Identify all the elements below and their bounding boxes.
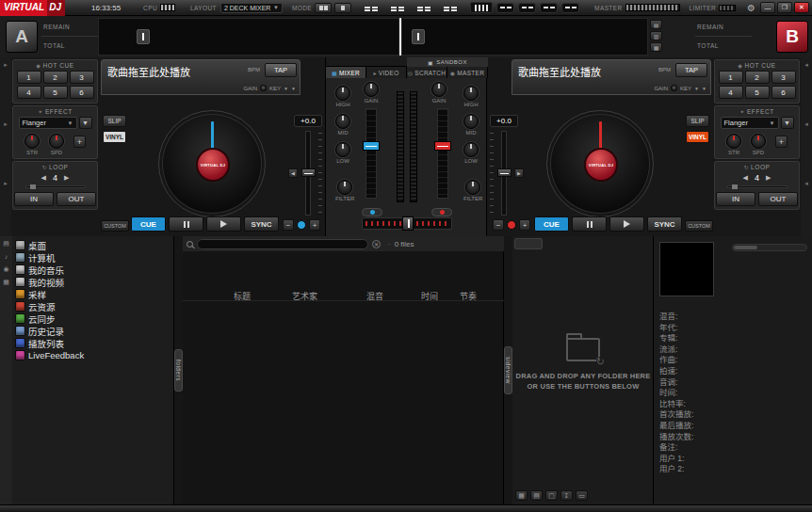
sideview-header-chip[interactable]	[514, 238, 543, 249]
layout-dropdown[interactable]: 2 DECK MIXER ▼	[220, 3, 283, 13]
wave-view-button-2[interactable]: ▥	[650, 31, 662, 40]
hot-cue-button-5[interactable]: 5	[745, 86, 770, 99]
effect-knob-1[interactable]: STR	[726, 134, 741, 155]
deck-b-vinyl-button[interactable]: VINYL	[686, 131, 709, 143]
deck-a-cue-button[interactable]: CUE	[131, 216, 166, 232]
deck-a-sync-button[interactable]: SYNC	[244, 216, 279, 232]
eq-mid-left[interactable]: MID	[335, 114, 350, 136]
tree-item-samples[interactable]: 采样	[16, 288, 173, 300]
loop-panel-toggle-icon[interactable]: ◂	[804, 180, 808, 187]
pfl-button-right[interactable]	[431, 208, 452, 216]
deck-b-tap-button[interactable]: TAP	[675, 63, 707, 77]
loop-half-button[interactable]: ◀	[41, 174, 46, 182]
deck-a-jog-wheel[interactable]: VIRTUAL DJ	[158, 110, 266, 217]
column-bpm[interactable]: 节奏	[460, 290, 477, 302]
deck-a-slip-button[interactable]: SLIP	[103, 115, 126, 127]
effect-add-button[interactable]: +	[775, 136, 788, 148]
minimize-button[interactable]: —	[760, 2, 775, 13]
deck-b-sync-button[interactable]: SYNC	[647, 216, 682, 232]
loop-out-button[interactable]: OUT	[758, 192, 798, 206]
tree-item-playlists[interactable]: 播放列表	[16, 337, 173, 349]
tab-scratch[interactable]: ◎SCRATCH	[407, 67, 447, 78]
sideview-sidelist-button[interactable]: ▤	[530, 490, 543, 501]
folders-tab[interactable]: folders	[174, 349, 183, 392]
close-button[interactable]: ✕	[794, 2, 809, 13]
deck-a-pitch-reset-button[interactable]: ◀	[288, 168, 298, 178]
beat-view-button-2[interactable]	[518, 3, 536, 13]
deck-b-pitch-reset-button[interactable]: ▶	[514, 168, 524, 178]
deck-a-minus-button[interactable]: −	[283, 219, 294, 231]
effect-select[interactable]: Flanger ▼	[19, 117, 77, 129]
hotcue-panel-toggle-icon[interactable]: ▸	[4, 61, 8, 69]
deck-b-play-button[interactable]	[609, 216, 644, 232]
info-scrollbar[interactable]	[732, 244, 807, 251]
deck-b-minus-button[interactable]: −	[493, 219, 504, 231]
info-scrollbar-thumb[interactable]	[734, 246, 757, 249]
eq-low-left[interactable]: LOW	[335, 142, 350, 164]
deck-b-key-down-icon[interactable]: ▼	[694, 86, 699, 91]
deck-b-gain-knob[interactable]	[671, 85, 677, 91]
hot-cue-button-3[interactable]: 3	[771, 71, 796, 84]
hot-cue-button-4[interactable]: 4	[719, 86, 743, 99]
tree-item-cloud-sync[interactable]: 云同步	[16, 312, 173, 325]
effect-panel-toggle-icon[interactable]: ▸	[4, 120, 8, 128]
eq-high-left[interactable]: HIGH	[335, 86, 350, 107]
beat-view-button-3[interactable]	[540, 3, 558, 13]
wave-view-button-1[interactable]: ▤	[650, 20, 662, 29]
tree-item-livefeedback[interactable]: LiveFeedback	[16, 349, 173, 361]
knob[interactable]	[49, 134, 64, 149]
effect-select[interactable]: Flanger ▼	[721, 117, 779, 129]
hot-cue-button-1[interactable]: 1	[719, 71, 743, 84]
disc-icon[interactable]: ◉	[3, 265, 8, 273]
loop-double-button[interactable]: ▶	[64, 174, 69, 182]
column-title[interactable]: 标题	[234, 290, 251, 302]
deck-b-pause-button[interactable]	[572, 216, 607, 232]
eq-mid-right[interactable]: MID	[463, 114, 479, 136]
tree-item-my-videos[interactable]: 我的视频	[16, 276, 173, 288]
sideview-tab[interactable]: sideview	[504, 346, 512, 394]
effect-knob-2[interactable]: SPD	[49, 134, 64, 155]
column-remix[interactable]: 混音	[366, 290, 383, 302]
hot-cue-button-2[interactable]: 2	[43, 71, 68, 84]
sideview-dropzone[interactable]: ↻ DRAG AND DROP ANY FOLDER HERE OR USE T…	[512, 236, 654, 504]
deck-a-play-button[interactable]	[206, 216, 241, 232]
filter-knob-left[interactable]: FILTER	[335, 180, 354, 201]
loop-in-button[interactable]: IN	[14, 192, 54, 206]
effect-knob-2[interactable]: SPD	[751, 134, 766, 155]
sideview-automix-button[interactable]: ▦	[515, 490, 528, 501]
volume-fader-left-thumb[interactable]	[363, 141, 380, 151]
tab-master[interactable]: ◉MASTER	[447, 67, 488, 78]
tab-video[interactable]: ▸VIDEO	[366, 67, 407, 78]
loop-out-button[interactable]: OUT	[57, 192, 96, 206]
hot-cue-button-5[interactable]: 5	[43, 86, 68, 99]
deck-a-pitch-thumb[interactable]	[301, 168, 316, 177]
beat-view-button-1[interactable]	[496, 3, 514, 13]
beat-tunnel-icon[interactable]	[470, 2, 493, 13]
volume-fader-left[interactable]	[365, 108, 377, 199]
knob[interactable]	[24, 134, 40, 149]
deck-b-pitch-thumb[interactable]	[497, 168, 512, 177]
loop-half-button[interactable]: ◀	[743, 174, 748, 182]
gain-knob-right[interactable]: GAIN	[431, 82, 447, 104]
sideview-karaoke-button[interactable]: ▢	[545, 490, 558, 501]
deck-b-slip-button[interactable]: SLIP	[686, 115, 709, 127]
deck-b-custom-button[interactable]: CUSTOM	[685, 220, 713, 232]
hot-cue-button-2[interactable]: 2	[745, 71, 770, 84]
deck-b-beatmatch-button[interactable]	[507, 220, 516, 230]
hot-cue-button-1[interactable]: 1	[17, 71, 41, 84]
knob[interactable]	[751, 134, 766, 149]
effect-list-button[interactable]: ▼	[79, 117, 92, 129]
hot-cue-button-6[interactable]: 6	[70, 86, 94, 99]
tree-item-desktop[interactable]: 桌面	[16, 239, 173, 251]
deck-a-key-reset-icon[interactable]: ▼	[291, 86, 296, 91]
maximize-button[interactable]: ❐	[777, 2, 792, 13]
search-clear-icon[interactable]: ✕	[372, 240, 381, 248]
deck-b-waveform-strip[interactable]	[401, 18, 648, 56]
effect-add-button[interactable]: +	[73, 136, 86, 148]
deck-b-badge[interactable]: B	[776, 21, 808, 53]
tab-sandbox[interactable]: ▣SANDBOX	[407, 57, 488, 67]
effect-list-button[interactable]: ▼	[781, 117, 794, 129]
music-note-icon[interactable]: ♪	[5, 253, 8, 260]
loop-double-button[interactable]: ▶	[766, 174, 771, 182]
hot-cue-button-4[interactable]: 4	[17, 86, 41, 99]
